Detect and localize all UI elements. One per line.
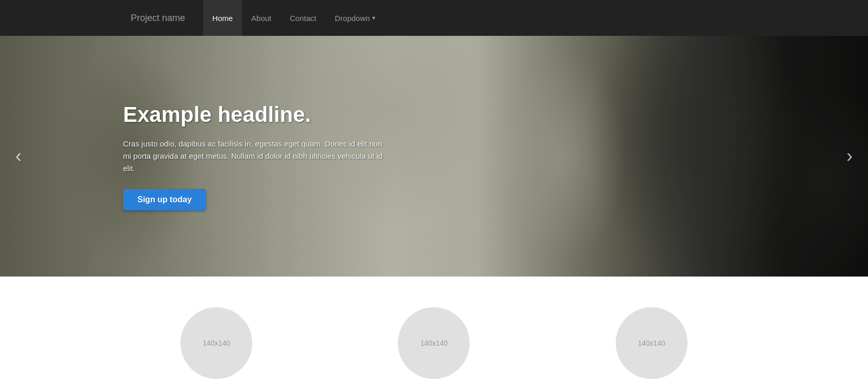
nav-item-about[interactable]: About — [242, 0, 280, 36]
column-2: 140x140 Heading — [340, 307, 527, 381]
signup-button[interactable]: Sign up today — [123, 189, 206, 210]
carousel-prev-button[interactable]: ‹ — [5, 140, 32, 172]
column-3: 140x140 Heading — [558, 307, 745, 381]
nav-brand[interactable]: Project name — [123, 13, 193, 24]
carousel: ‹ Example headline. Cras justo odio, dap… — [0, 36, 868, 277]
content-section: 140x140 Heading 140x140 Heading 140x140 … — [0, 277, 868, 381]
columns-container: 140x140 Heading 140x140 Heading 140x140 … — [123, 307, 745, 381]
carousel-content: Example headline. Cras justo odio, dapib… — [123, 102, 390, 210]
nav-item-home[interactable]: Home — [203, 0, 242, 36]
nav-item-contact[interactable]: Contact — [280, 0, 326, 36]
placeholder-image-1: 140x140 — [180, 307, 252, 379]
nav-item-dropdown[interactable]: Dropdown — [326, 0, 385, 36]
column-1: 140x140 Heading — [123, 307, 310, 381]
carousel-headline: Example headline. — [123, 102, 390, 128]
navbar: Project name Home About Contact Dropdown — [0, 0, 868, 36]
carousel-body: Cras justo odio, dapibus ac facilisis in… — [123, 138, 390, 175]
placeholder-image-2: 140x140 — [398, 307, 470, 379]
placeholder-image-3: 140x140 — [616, 307, 688, 379]
carousel-next-button[interactable]: › — [836, 140, 863, 172]
